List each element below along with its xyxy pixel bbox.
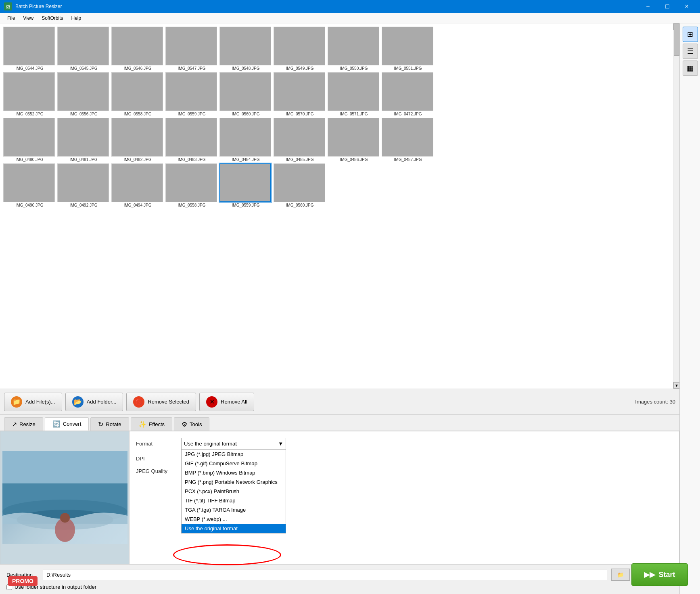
thumbnail-cell[interactable]: IMG_0570.JPG (274, 72, 326, 116)
format-option-jpg[interactable]: JPG (*.jpg) JPEG Bitmap (182, 450, 286, 459)
thumbnail-image (274, 27, 325, 65)
thumbnail-image (165, 72, 217, 111)
add-folder-button[interactable]: 📂 Add Folder... (65, 393, 123, 411)
thumbnail-label: IMG_0560.JPG (274, 203, 326, 207)
thumbnail-cell[interactable]: IMG_0560.JPG (274, 163, 326, 207)
tab-resize[interactable]: ↗Resize (4, 417, 43, 431)
thumbnail-image (382, 27, 433, 65)
image-grid-wrapper[interactable]: IMG_0544.JPGIMG_0545.JPGIMG_0546.JPGIMG_… (0, 23, 679, 389)
thumbnail-image (57, 118, 109, 157)
tab-icon-resize: ↗ (12, 420, 17, 428)
thumbnail-cell[interactable]: IMG_0551.JPG (382, 27, 434, 71)
tab-icon-effects: ✨ (138, 420, 146, 428)
thumbnail-label: IMG_0484.JPG (219, 157, 272, 162)
destination-row: Destination 📁 ⚙ Options (6, 569, 673, 581)
menu-item-file[interactable]: File (3, 14, 19, 23)
thumbnail-image (57, 72, 109, 111)
convert-panel: Format Use the original format ▼ JPG (*.… (0, 431, 679, 564)
thumbnail-cell[interactable]: IMG_0487.JPG (382, 118, 434, 162)
thumbnail-cell[interactable]: IMG_0571.JPG (328, 72, 380, 116)
thumbnail-label: IMG_0494.JPG (111, 203, 164, 207)
thumbnail-cell[interactable]: IMG_0556.JPG (57, 72, 110, 116)
thumbnail-cell[interactable]: IMG_0547.JPG (165, 27, 218, 71)
tab-convert[interactable]: 🔄Convert (45, 417, 89, 431)
thumbnail-cell[interactable]: IMG_0481.JPG (57, 118, 110, 162)
detail-view-button[interactable]: ▦ (683, 61, 698, 76)
thumbnail-label: IMG_0550.JPG (328, 66, 380, 71)
thumbnail-cell[interactable]: IMG_0546.JPG (111, 27, 164, 71)
add-files-icon: 📁 (11, 396, 22, 408)
thumbnail-cell[interactable]: IMG_0485.JPG (274, 118, 326, 162)
red-circle-annotation (173, 544, 281, 565)
format-select-button[interactable]: Use the original format ▼ (181, 438, 286, 449)
remove-all-button[interactable]: ✕ Remove All (199, 393, 254, 411)
thumbnail-image (328, 27, 379, 65)
image-area: IMG_0544.JPGIMG_0545.JPGIMG_0546.JPGIMG_… (0, 23, 680, 594)
menu-bar: FileViewSoftOrbitsHelp (0, 13, 700, 23)
minimize-button[interactable]: − (639, 0, 657, 13)
destination-browse-button[interactable]: 📁 (611, 569, 630, 581)
tab-effects[interactable]: ✨Effects (131, 417, 173, 431)
thumbnail-label: IMG_0486.JPG (328, 157, 380, 162)
thumbnail-cell[interactable]: IMG_0558.JPG (111, 72, 164, 116)
thumbnail-cell[interactable]: IMG_0472.JPG (382, 72, 434, 116)
thumbnail-cell[interactable]: IMG_0545.JPG (57, 27, 110, 71)
scroll-down-arrow[interactable]: ▼ (673, 382, 679, 389)
thumbnail-cell[interactable]: IMG_0544.JPG (3, 27, 56, 71)
tab-rotate[interactable]: ↻Rotate (90, 417, 129, 431)
thumbnail-cell[interactable]: IMG_0494.JPG (111, 163, 164, 207)
thumbnail-label: IMG_0482.JPG (111, 157, 164, 162)
format-option-original[interactable]: Use the original format (182, 524, 286, 533)
format-option-tif[interactable]: TIF (*.tif) TIFF Bitmap (182, 496, 286, 505)
jpeg-quality-label: JPEG Quality (136, 468, 176, 474)
thumbnail-cell[interactable]: IMG_0559.JPG (219, 163, 272, 207)
format-option-gif[interactable]: GIF (*.gif) CompuServe Bitmap (182, 459, 286, 468)
format-option-webp[interactable]: WEBP (*.webp) ... (182, 515, 286, 524)
thumbnail-cell[interactable]: IMG_0484.JPG (219, 118, 272, 162)
thumbnail-cell[interactable]: IMG_0560.JPG (219, 72, 272, 116)
thumbnail-cell[interactable]: IMG_0490.JPG (3, 163, 56, 207)
destination-input[interactable] (43, 569, 607, 580)
scrollbar-thumb[interactable] (674, 23, 679, 56)
thumbnail-cell[interactable]: IMG_0559.JPG (165, 72, 218, 116)
thumbnail-cell[interactable]: IMG_0550.JPG (328, 27, 380, 71)
thumbnail-cell[interactable]: IMG_0486.JPG (328, 118, 380, 162)
format-option-png[interactable]: PNG (*.png) Portable Network Graphics (182, 477, 286, 487)
format-option-bmp[interactable]: BMP (*.bmp) Windows Bitmap (182, 468, 286, 477)
thumbnail-cell[interactable]: IMG_0480.JPG (3, 118, 56, 162)
dropdown-arrow-icon: ▼ (278, 441, 283, 447)
thumbnail-cell[interactable]: IMG_0549.JPG (274, 27, 326, 71)
maximize-button[interactable]: □ (658, 0, 677, 13)
thumbnail-label: IMG_0490.JPG (3, 203, 56, 207)
thumbnail-cell[interactable]: IMG_0558.JPG (165, 163, 218, 207)
thumbnail-image (219, 27, 271, 65)
thumbnail-image (382, 118, 433, 157)
thumbnail-cell[interactable]: IMG_0492.JPG (57, 163, 110, 207)
close-button[interactable]: × (677, 0, 696, 13)
scrollbar-track: ▲ ▼ (673, 23, 679, 389)
add-files-button[interactable]: 📁 Add File(s)... (4, 393, 62, 411)
start-button[interactable]: ▶▶ Start (631, 563, 688, 586)
remove-selected-button[interactable]: 🚫 Remove Selected (126, 393, 196, 411)
toolbar: 📁 Add File(s)... 📂 Add Folder... 🚫 Remov… (0, 389, 679, 414)
thumbnail-cell[interactable]: IMG_0548.JPG (219, 27, 272, 71)
thumbnail-cell[interactable]: IMG_0482.JPG (111, 118, 164, 162)
thumbnail-image (165, 163, 217, 202)
thumbnail-label: IMG_0559.JPG (219, 203, 272, 207)
format-option-pcx[interactable]: PCX (*.pcx) PaintBrush (182, 487, 286, 496)
remove-all-icon: ✕ (206, 396, 217, 408)
thumbnail-view-button[interactable]: ⊞ (683, 27, 698, 42)
thumbnail-image (111, 163, 163, 202)
menu-item-softorbits[interactable]: SoftOrbits (38, 14, 67, 23)
thumbnail-cell[interactable]: IMG_0483.JPG (165, 118, 218, 162)
bottom-panel: ↗Resize🔄Convert↻Rotate✨Effects⚙Tools (0, 414, 679, 594)
remove-selected-icon: 🚫 (133, 396, 144, 408)
title-bar-left: 🖼 Batch Picture Resizer (4, 2, 62, 10)
thumbnail-cell[interactable]: IMG_0552.JPG (3, 72, 56, 116)
menu-item-help[interactable]: Help (67, 14, 86, 23)
menu-item-view[interactable]: View (19, 14, 38, 23)
format-option-tga[interactable]: TGA (*.tga) TARGA Image (182, 505, 286, 515)
tab-tools[interactable]: ⚙Tools (174, 417, 209, 431)
preview-image (2, 451, 127, 544)
list-view-button[interactable]: ☰ (683, 44, 698, 59)
